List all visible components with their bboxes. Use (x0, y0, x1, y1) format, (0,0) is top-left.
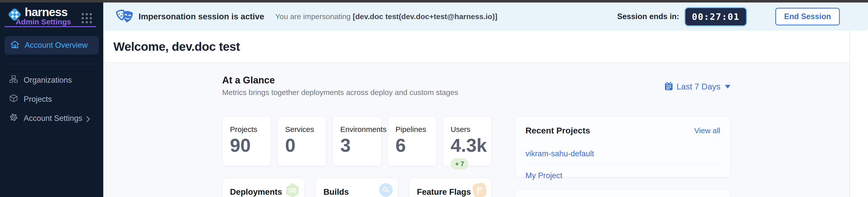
session-ends-label: Session ends in: (617, 12, 679, 21)
date-range-selector[interactable]: Last 7 Days (664, 76, 731, 97)
glance-header-row: At a Glance Metrics brings together depl… (222, 75, 731, 97)
session-timer: 00:27:01 (684, 7, 747, 26)
content-column: Welcome, dev.doc test At a Glance Metric… (103, 31, 849, 197)
dashboard-columns: Projects 90 Services 0 Environments (222, 116, 731, 197)
banner-title: Impersonation session is active (138, 12, 264, 22)
sidebar-item-account-settings[interactable]: Account Settings (0, 109, 103, 128)
module-subtitle: Admin Settings (16, 17, 71, 26)
recent-project-link[interactable]: My Project (525, 165, 720, 186)
users-delta-badge: + 7 (451, 158, 468, 170)
brand-name: harness (25, 5, 67, 19)
recent-projects-panel: Recent Projects View all vikram-sahu-def… (515, 116, 731, 177)
stat-card-pipelines[interactable]: Pipelines 6 (388, 116, 436, 166)
stat-value: 4.3k (451, 136, 491, 155)
stat-label: Users (451, 125, 491, 134)
module-card-deployments[interactable]: Deployments ∞ (222, 178, 305, 197)
purple-divider (4, 26, 96, 27)
banner-subtitle: You are impersonating [dev.doc test(dev.… (275, 12, 497, 21)
stat-card-users[interactable]: Users 4.3k + 7 (443, 116, 492, 166)
sidebar-divider (4, 64, 99, 64)
chevron-right-icon[interactable] (86, 115, 90, 124)
impersonating-target: [dev.doc test(dev.doc+test@harness.io)] (353, 12, 497, 21)
build-search-icon (378, 182, 394, 197)
organizations-icon (9, 75, 18, 86)
sidebar-item-label: Account Settings (24, 114, 82, 123)
view-all-link[interactable]: View all (694, 126, 720, 135)
sidebar-item-account-overview[interactable]: Account Overview (4, 36, 99, 54)
recent-projects-header: Recent Projects View all (525, 126, 720, 135)
app-switcher-icon[interactable] (82, 13, 92, 24)
impersonation-banner: Impersonation session is active You are … (104, 2, 868, 31)
stat-label: Environments (340, 125, 381, 134)
sidebar-item-label: Projects (24, 95, 52, 104)
chevron-down-icon (725, 85, 731, 88)
notifications-panel: Notifications (515, 189, 731, 197)
page-title: Welcome, dev.doc test (113, 40, 240, 53)
module-cards-row: Deployments ∞ Builds (222, 178, 492, 197)
stat-value: 90 (230, 136, 271, 155)
recent-projects-title: Recent Projects (525, 126, 590, 135)
app-window: harness Admin Settings Account Overview (0, 2, 868, 197)
main-area: Impersonation session is active You are … (103, 2, 868, 197)
module-card-feature-flags[interactable]: Feature Flags (409, 178, 491, 197)
flag-icon (472, 182, 487, 197)
stat-value: 3 (340, 136, 381, 155)
page-scrollbar-track[interactable] (849, 31, 868, 197)
module-label: Builds (323, 187, 349, 197)
metrics-column: Projects 90 Services 0 Environments (222, 116, 492, 197)
module-label: Feature Flags (417, 187, 471, 197)
cube-icon (9, 94, 18, 105)
sidebar-items: Organizations Projects (0, 71, 103, 128)
stat-value: 6 (396, 136, 436, 155)
calendar-icon (664, 81, 673, 92)
main-body: Welcome, dev.doc test At a Glance Metric… (103, 31, 868, 197)
dashboard-content: At a Glance Metrics brings together depl… (103, 63, 849, 197)
date-range-label: Last 7 Days (677, 82, 720, 91)
glance-heading: At a Glance Metrics brings together depl… (222, 75, 458, 97)
glance-title: At a Glance (222, 75, 458, 86)
module-card-builds[interactable]: Builds (316, 178, 398, 197)
stat-cards-row: Projects 90 Services 0 Environments (222, 116, 492, 166)
pipeline-infinity-icon: ∞ (286, 183, 299, 197)
sidebar-item-organizations[interactable]: Organizations (0, 71, 103, 90)
theater-masks-icon (116, 8, 134, 25)
module-label: Deployments (230, 187, 282, 197)
impersonating-prefix: You are impersonating (275, 12, 351, 21)
stat-value: 0 (285, 136, 326, 155)
end-session-button[interactable]: End Session (775, 8, 840, 25)
home-icon (10, 40, 20, 50)
stat-label: Pipelines (396, 125, 436, 134)
stat-card-environments[interactable]: Environments 3 (333, 116, 381, 166)
browser-top-strip (0, 0, 868, 2)
dashboard-container: At a Glance Metrics brings together depl… (222, 63, 731, 197)
sidebar-item-label: Account Overview (25, 41, 88, 50)
stat-label: Projects (230, 125, 271, 134)
sidebar-item-projects[interactable]: Projects (0, 90, 103, 109)
gear-icon (9, 113, 18, 124)
sidebar-item-label: Organizations (24, 76, 72, 85)
stat-label: Services (285, 125, 326, 134)
recent-project-link[interactable]: vikram-sahu-default (525, 143, 720, 164)
stat-card-projects[interactable]: Projects 90 (222, 116, 271, 166)
glance-subtitle: Metrics brings together deployments acro… (222, 88, 458, 97)
side-panels-column: Recent Projects View all vikram-sahu-def… (515, 116, 731, 197)
stat-card-services[interactable]: Services 0 (277, 116, 326, 166)
sidebar: harness Admin Settings Account Overview (0, 2, 103, 197)
page-header: Welcome, dev.doc test (103, 31, 849, 63)
sidebar-nav: Account Overview Organizations (0, 36, 103, 128)
